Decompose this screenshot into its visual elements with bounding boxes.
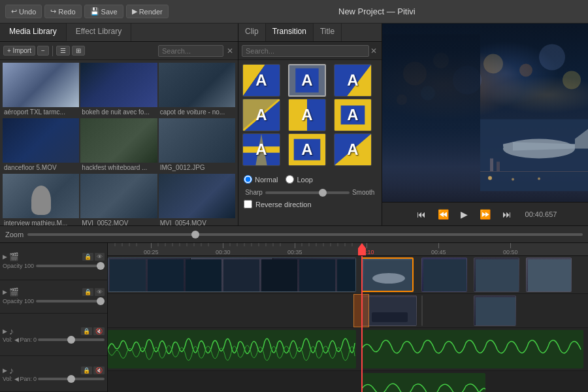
tab-clip[interactable]: Clip (238, 24, 266, 41)
transition-item[interactable]: A (334, 64, 372, 97)
video-clip-3[interactable] (421, 257, 467, 292)
list-item[interactable]: dancefloor 5.MOV (3, 118, 79, 172)
mode-normal-radio[interactable] (244, 175, 252, 184)
audio-clip-1[interactable]: /* SVG content generated inline */ (108, 330, 356, 368)
zoom-slider[interactable] (27, 233, 583, 236)
list-item[interactable]: interview mathieu.M... (3, 174, 79, 225)
waveform-svg-2 (361, 330, 583, 368)
video-clip-5[interactable] (526, 257, 572, 292)
media-thumb (80, 118, 157, 163)
video2-clip-1[interactable] (361, 295, 417, 326)
media-search-clear[interactable]: ✕ (225, 46, 235, 56)
list-item[interactable]: MVI_0052.MOV (80, 174, 157, 225)
mode-loop-text: Loop (297, 176, 312, 184)
transition-item[interactable]: A (334, 99, 372, 131)
video2-clip-3[interactable] (474, 295, 516, 326)
transition-item[interactable]: A (242, 64, 280, 97)
video2-lock-button[interactable]: 🔒 (82, 288, 93, 296)
reverse-checkbox-row: Reverse direction (244, 200, 376, 208)
audio2-val: 0 (33, 376, 37, 382)
media-label: interview mathieu.M... (3, 218, 79, 225)
svg-point-25 (519, 64, 532, 77)
tab-transition[interactable]: Transition (266, 24, 314, 41)
zoom-label: Zoom (5, 231, 24, 238)
audio1-mute-button[interactable]: 🔇 (93, 327, 105, 335)
media-grid: aéroport TXL tarmc... bokeh de nuit avec… (0, 60, 238, 225)
transition-item[interactable]: A (242, 99, 280, 131)
audio2-pan-slider[interactable] (38, 378, 105, 380)
svg-rect-73 (186, 259, 221, 291)
save-button[interactable]: 💾 Save (84, 5, 123, 18)
video1-opacity-label: Opacity 100 (3, 263, 34, 269)
audio2-lock-button[interactable]: 🔒 (81, 367, 92, 374)
video-clip-2[interactable] (361, 257, 414, 292)
transition-item[interactable]: A (288, 99, 326, 131)
mode-radio-row: Normal Loop (244, 175, 376, 184)
undo-button[interactable]: ↩ Undo (5, 5, 42, 18)
timeline-main: ▶ 🎬 🔒 👁 Opacity 100 (0, 243, 588, 392)
list-item[interactable]: bokeh de nuit avec fo... (80, 63, 157, 117)
tab-effect-library[interactable]: Effect Library (67, 24, 131, 41)
transition-search-input[interactable] (242, 45, 369, 57)
video1-opacity-slider[interactable] (36, 265, 105, 267)
video-clip-4[interactable] (474, 257, 519, 292)
audio2-pan-label: Pan: (20, 376, 33, 382)
transition-item[interactable]: A (334, 133, 372, 166)
waveform-svg-1: /* SVG content generated inline */ (108, 330, 356, 368)
video2-eye-button[interactable]: 👁 (95, 288, 105, 296)
mode-normal-label[interactable]: Normal (244, 175, 278, 184)
media-thumb (3, 118, 79, 163)
audio-clip-2[interactable] (361, 330, 583, 368)
clip-thumb-svg (363, 259, 412, 291)
audio-track-2-icon: ♪ (9, 365, 14, 376)
video-track-2-icon: 🎬 (9, 287, 19, 297)
tab-title[interactable]: Title (314, 24, 342, 41)
fast-forward-button[interactable]: ⏩ (476, 208, 494, 221)
list-item[interactable]: IMG_0012.JPG (159, 118, 235, 172)
video1-lock-button[interactable]: 🔒 (82, 253, 93, 261)
list-item[interactable]: aéroport TXL tarmc... (3, 63, 79, 117)
video1-eye-button[interactable]: 👁 (95, 253, 105, 261)
media-thumb (3, 174, 79, 218)
go-start-button[interactable]: ⏮ (414, 208, 429, 221)
audio2-clip-1[interactable] (361, 373, 485, 392)
audio1-lock-button[interactable]: 🔒 (81, 327, 92, 335)
audio2-mute-button[interactable]: 🔇 (93, 367, 105, 374)
play-button[interactable]: ▶ (457, 208, 471, 221)
audio-track-1-label: ▶ ♪ 🔒 🔇 Vol: ◀ Pan: 0 (0, 314, 107, 356)
video2-opacity-slider[interactable] (36, 300, 105, 302)
mode-loop-label[interactable]: Loop (286, 175, 312, 184)
remove-button[interactable]: − (37, 46, 49, 56)
mode-loop-radio[interactable] (286, 175, 294, 184)
sharpness-slider[interactable] (265, 191, 350, 194)
preview-scene (382, 24, 588, 202)
video-clip-1[interactable] (108, 257, 356, 292)
import-button[interactable]: + Import (3, 46, 35, 56)
view-list-button[interactable]: ☰ (56, 46, 70, 56)
rewind-button[interactable]: ⏪ (434, 208, 452, 221)
svg-rect-81 (476, 259, 519, 291)
clip-tabs: Clip Transition Title (238, 24, 382, 42)
transition-item[interactable]: A (288, 64, 326, 97)
audio1-pan-slider[interactable] (38, 338, 105, 341)
render-button[interactable]: ▶ Render (126, 5, 169, 18)
media-search-input[interactable] (158, 45, 223, 57)
go-end-button[interactable]: ⏭ (499, 208, 515, 221)
save-icon: 💾 (90, 7, 99, 16)
list-item[interactable]: hackfest whiteboard ... (80, 118, 157, 172)
list-item[interactable]: MVI_0054.MOV (159, 174, 235, 225)
track-rows: /* SVG content generated inline */ (108, 256, 588, 392)
reverse-checkbox[interactable] (244, 200, 252, 208)
view-grid-button[interactable]: ⊞ (72, 46, 85, 56)
list-item[interactable]: capot de voiture - no... (159, 63, 235, 117)
tab-media-library[interactable]: Media Library (0, 24, 67, 41)
transition-item[interactable]: A (242, 133, 280, 166)
audio1-val: 0 (33, 336, 37, 343)
video2-clip-2[interactable] (421, 295, 423, 326)
ruler-ticks (108, 243, 588, 256)
undo-icon: ↩ (11, 7, 17, 16)
redo-button[interactable]: ↪ Redo (44, 5, 81, 18)
transition-item[interactable]: A (288, 133, 326, 166)
render-label: Render (139, 8, 163, 16)
transition-search-clear[interactable]: ✕ (369, 46, 378, 56)
